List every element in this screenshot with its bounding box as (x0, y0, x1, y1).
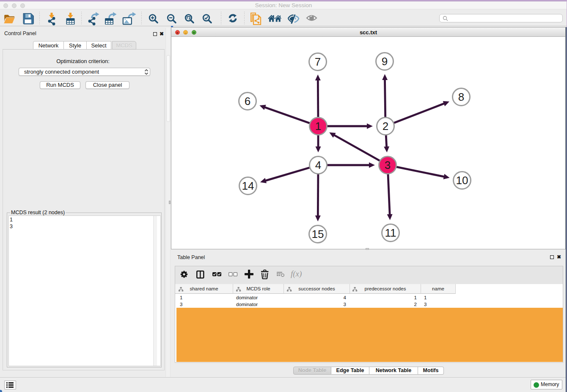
svg-text:6: 6 (245, 95, 250, 108)
svg-text:9: 9 (382, 55, 388, 68)
svg-text:11: 11 (385, 226, 396, 239)
svg-text:1: 1 (315, 120, 321, 133)
svg-text:3: 3 (385, 159, 391, 171)
svg-text:10: 10 (456, 174, 468, 187)
svg-text:4: 4 (315, 159, 321, 171)
svg-text:14: 14 (242, 179, 254, 192)
svg-text:8: 8 (458, 91, 464, 103)
svg-text:7: 7 (315, 55, 321, 68)
svg-text:2: 2 (383, 120, 388, 133)
svg-text:15: 15 (312, 228, 324, 240)
